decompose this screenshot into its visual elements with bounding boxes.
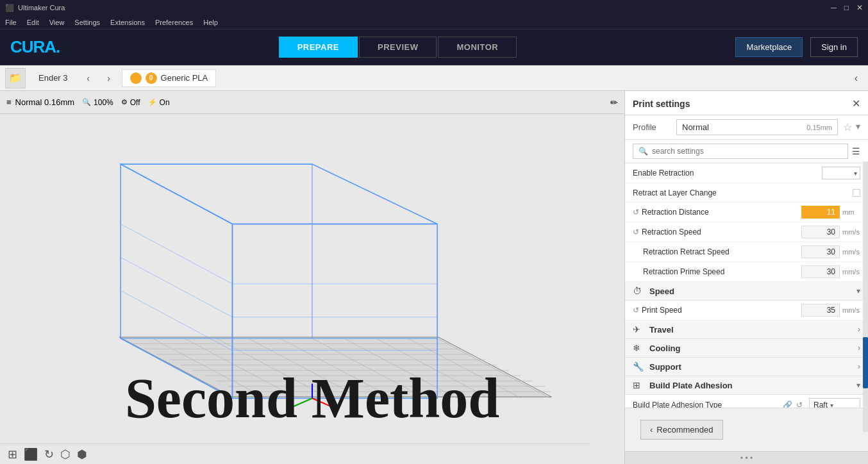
- retract-layer-value-wrap: [853, 189, 860, 197]
- move-tool-icon[interactable]: ⊞: [8, 447, 17, 461]
- enable-retraction-label: Enable Retraction: [633, 169, 822, 178]
- retraction-prime-speed-value-wrap: 30 mm/s: [801, 265, 860, 278]
- recommended-button[interactable]: ‹ Recommended: [640, 420, 723, 440]
- build-plate-icon: ⊞: [633, 380, 644, 390]
- menu-settings[interactable]: Settings: [74, 19, 100, 26]
- retraction-distance-input[interactable]: 11: [801, 206, 840, 219]
- header-right: Marketplace Sign in: [735, 37, 858, 57]
- sub-header: 📁 Ender 3 ‹ › 0 Generic PLA ‹: [0, 65, 868, 91]
- retraction-prime-speed-unit: mm/s: [842, 268, 860, 276]
- speed-section-chevron: ▾: [856, 286, 860, 295]
- adhesion-reset-icon[interactable]: ↺: [796, 401, 803, 408]
- enable-retraction-dropdown-arrow: ▾: [854, 170, 857, 177]
- retraction-retract-speed-label: Retraction Retract Speed: [633, 247, 801, 256]
- retraction-prime-speed-input[interactable]: 30: [801, 265, 840, 278]
- menu-extensions[interactable]: Extensions: [110, 19, 145, 26]
- close-btn-window[interactable]: ✕: [856, 3, 863, 12]
- material-color-circle: [130, 72, 142, 84]
- menu-bar: File Edit View Settings Extensions Prefe…: [0, 15, 868, 29]
- bottom-expand-bar[interactable]: • • •: [625, 451, 868, 464]
- retraction-speed-input[interactable]: 30: [801, 226, 840, 238]
- print-speed-value-wrap: 35 mm/s: [801, 304, 860, 317]
- marketplace-button[interactable]: Marketplace: [735, 37, 803, 57]
- profile-select-dropdown[interactable]: Normal 0.15mm: [676, 119, 838, 135]
- settings-list: Enable Retraction ▾ Retract at Layer Cha…: [625, 163, 868, 408]
- viewport[interactable]: ≡ Normal 0.16mm 🔍 100% ⚙ Off ⚡ On ✏: [0, 91, 624, 464]
- app-logo: CURA.: [10, 37, 60, 57]
- tab-prepare[interactable]: PREPARE: [279, 37, 358, 58]
- material-selector[interactable]: 0 Generic PLA: [122, 69, 217, 87]
- menu-file[interactable]: File: [5, 19, 17, 26]
- mirror-tool-icon[interactable]: ⬡: [60, 447, 71, 461]
- travel-section-header[interactable]: ✈ Travel ›: [625, 320, 868, 339]
- retract-layer-label: Retract at Layer Change: [633, 188, 853, 197]
- maximize-btn[interactable]: □: [844, 3, 849, 12]
- profile-chevron-icon[interactable]: ▾: [856, 121, 860, 133]
- star-icon[interactable]: ☆: [843, 121, 852, 133]
- menu-edit[interactable]: Edit: [27, 19, 39, 26]
- adhesion-type-dropdown[interactable]: Raft ▾: [809, 398, 860, 408]
- print-settings-title: Print settings: [633, 99, 690, 109]
- scale-tool-icon[interactable]: ⬛: [24, 447, 38, 461]
- retraction-distance-label: Retraction Distance: [642, 208, 801, 217]
- menu-help[interactable]: Help: [203, 19, 218, 26]
- search-input-wrap[interactable]: 🔍: [633, 144, 848, 159]
- tab-preview[interactable]: PREVIEW: [359, 37, 437, 58]
- viewport-bottom-toolbar: ⊞ ⬛ ↻ ⬡ ⬢: [0, 443, 590, 464]
- adhesion-link-icon[interactable]: 🔗: [783, 401, 792, 408]
- retraction-speed-reset-icon[interactable]: ↺: [633, 228, 639, 236]
- print-speed-label: Print Speed: [642, 306, 801, 315]
- svg-line-26: [121, 257, 232, 317]
- support-tool-icon[interactable]: ⬢: [77, 447, 87, 461]
- retraction-retract-speed-input[interactable]: 30: [801, 245, 840, 258]
- retraction-distance-row: ↺ Retraction Distance 11 mm: [625, 203, 868, 222]
- build-plate-chevron: ▾: [856, 381, 860, 390]
- retraction-speed-label: Retraction Speed: [642, 228, 801, 236]
- scrollbar-track: [863, 162, 868, 432]
- printer-next-arrow[interactable]: ›: [101, 70, 117, 86]
- retraction-speed-row: ↺ Retraction Speed 30 mm/s: [625, 222, 868, 242]
- printer-prev-arrow[interactable]: ‹: [81, 70, 96, 86]
- window-controls[interactable]: ─ □ ✕: [831, 3, 863, 12]
- adhesion-type-value: Raft: [814, 401, 828, 408]
- signin-button[interactable]: Sign in: [810, 37, 858, 57]
- adhesion-dropdown-arrow: ▾: [830, 402, 833, 408]
- retraction-distance-value-wrap: 11 mm: [801, 206, 860, 219]
- back-arrow[interactable]: ‹: [855, 72, 858, 84]
- menu-view[interactable]: View: [49, 19, 65, 26]
- retraction-distance-reset-icon[interactable]: ↺: [633, 208, 639, 217]
- tab-monitor[interactable]: MONITOR: [438, 37, 517, 58]
- retraction-retract-speed-unit: mm/s: [842, 248, 860, 256]
- scrollbar-thumb[interactable]: [863, 337, 868, 388]
- right-panel: Print settings ✕ Profile Normal 0.15mm ☆…: [624, 91, 868, 464]
- print-settings-close[interactable]: ✕: [852, 97, 860, 110]
- recommended-section: ‹ Recommended: [625, 408, 868, 451]
- print-speed-input[interactable]: 35: [801, 304, 840, 317]
- speed-section-header[interactable]: ⏱ Speed ▾: [625, 282, 868, 301]
- box-top-face: [121, 164, 437, 224]
- profile-label: Profile: [633, 122, 671, 132]
- print-speed-reset-icon[interactable]: ↺: [633, 306, 639, 315]
- enable-retraction-dropdown[interactable]: ▾: [822, 167, 860, 179]
- support-section-title: Support: [649, 362, 853, 372]
- profile-select-value: Normal: [682, 122, 709, 132]
- print-speed-row: ↺ Print Speed 35 mm/s: [625, 301, 868, 320]
- open-folder-button[interactable]: 📁: [5, 68, 26, 88]
- recommended-back-icon: ‹: [650, 425, 653, 435]
- logo-dot: .: [56, 37, 60, 56]
- retract-layer-checkbox[interactable]: [853, 189, 860, 197]
- search-input[interactable]: [652, 147, 842, 156]
- support-section-header[interactable]: 🔧 Support ›: [625, 358, 868, 376]
- speed-section-title: Speed: [649, 286, 851, 296]
- minimize-btn[interactable]: ─: [831, 3, 837, 12]
- retraction-speed-unit: mm/s: [842, 228, 860, 236]
- cooling-section-header[interactable]: ❄ Cooling ›: [625, 339, 868, 358]
- settings-list-icon[interactable]: ☰: [852, 146, 860, 156]
- rotate-tool-icon[interactable]: ↻: [44, 447, 54, 461]
- build-plate-section-header[interactable]: ⊞ Build Plate Adhesion ▾: [625, 376, 868, 395]
- menu-preferences[interactable]: Preferences: [155, 19, 193, 26]
- speed-section-icon: ⏱: [633, 286, 644, 296]
- cooling-section-title: Cooling: [649, 344, 853, 353]
- enable-retraction-row: Enable Retraction ▾: [625, 163, 868, 183]
- retraction-retract-speed-row: Retraction Retract Speed 30 mm/s: [625, 242, 868, 262]
